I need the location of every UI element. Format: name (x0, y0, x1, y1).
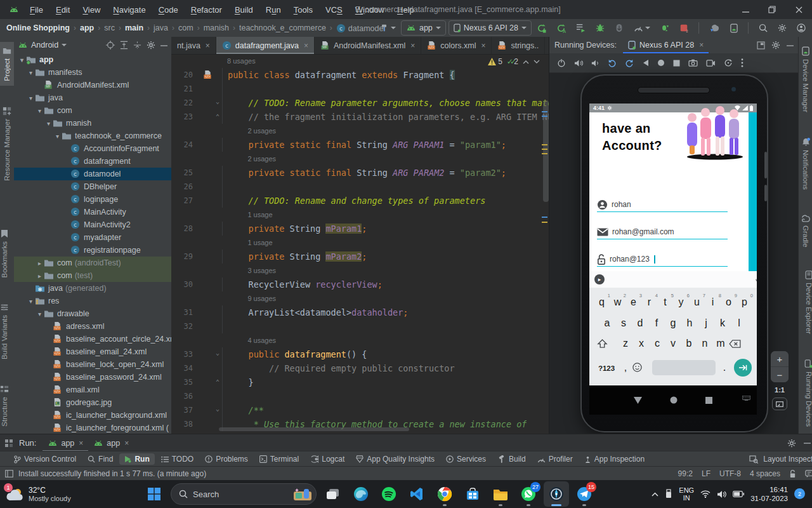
taskbar-spotify[interactable] (376, 481, 402, 507)
hide-panel-button[interactable] (787, 42, 794, 49)
tree-item-dbhelper[interactable]: cDBhelper (14, 180, 171, 193)
device-select[interactable]: Nexus 6 API 28 (449, 20, 532, 36)
taskbar-whatsapp[interactable]: 27 (516, 481, 541, 507)
key-i[interactable]: i8 (705, 297, 721, 308)
emulator-back-button[interactable] (642, 59, 649, 67)
breadcrumb-item[interactable]: main (125, 23, 143, 32)
close-button[interactable] (785, 0, 812, 19)
emulator-more-button[interactable] (741, 58, 743, 67)
key-p[interactable]: p0 (737, 297, 752, 308)
code-area[interactable]: 8 usages20</>public class datafragment e… (171, 54, 549, 434)
lock-open-icon[interactable] (789, 470, 796, 478)
toolwindow-run[interactable]: Run (119, 453, 154, 465)
recents-button[interactable] (705, 397, 712, 404)
key-n[interactable]: n (697, 338, 713, 349)
tree-item-baseline-account-circle-24-xm[interactable]: </>baseline_account_circle_24.xm (14, 333, 171, 345)
toolwindow-services[interactable]: Services (441, 453, 491, 465)
gear-icon[interactable] (147, 41, 155, 50)
menu-edit[interactable]: Edit (50, 3, 75, 17)
code-line[interactable]: 36 (171, 389, 549, 403)
key-l[interactable]: l (731, 318, 747, 329)
tree-item-baseline-lock-open-24-xml[interactable]: </>baseline_lock_open_24.xml (14, 358, 171, 371)
code-line[interactable]: 31 ArrayList<datamodel>dataholder; (171, 305, 549, 319)
backspace-key[interactable] (729, 340, 750, 348)
key-g[interactable]: g (665, 318, 681, 329)
back-button[interactable] (634, 397, 642, 404)
code-inlay-row[interactable]: 1 usage (171, 208, 549, 222)
menu-build[interactable]: Build (229, 3, 259, 17)
tree-item-java[interactable]: ▾java (14, 91, 171, 104)
expand-all-button[interactable] (120, 41, 128, 50)
code-line[interactable]: 27 // TODO: Rename and change types of p… (171, 194, 549, 208)
stripe-item-resource-manager[interactable]: Resource Manager (0, 102, 14, 185)
menu-file[interactable]: File (24, 3, 49, 17)
tree-chevron-icon[interactable]: ▾ (27, 95, 35, 102)
key-w[interactable]: w2 (610, 297, 625, 308)
tree-item-manifests[interactable]: ▾manifests (14, 66, 171, 79)
fold-down-icon[interactable]: ⌄ (216, 98, 219, 105)
emulator-tab[interactable]: Nexus 6 API 28 × (623, 37, 709, 53)
inspection-widget[interactable]: 5 ✓✓ 2 (488, 57, 540, 66)
close-icon[interactable]: × (481, 41, 485, 50)
tree-item-res[interactable]: ▾res (14, 295, 171, 307)
key-h[interactable]: h (681, 318, 698, 329)
tree-item-godregac-jpg[interactable]: godregac.jpg (14, 396, 171, 409)
tree-item-teachnook-e-commerce[interactable]: ▾teachnook_e_commerce (14, 130, 171, 142)
emulator-rotate-right-button[interactable] (625, 58, 634, 67)
breadcrumb-item[interactable]: java (154, 23, 168, 32)
run-profileable-button[interactable] (573, 21, 588, 35)
key-u[interactable]: u7 (689, 297, 705, 308)
tree-item-java[interactable]: ✱java(generated) (14, 282, 171, 295)
tree-chevron-icon[interactable]: ▾ (18, 57, 26, 64)
caret-position[interactable]: 99:2 (678, 469, 693, 478)
key-y[interactable]: y6 (673, 297, 689, 308)
key-s[interactable]: s (615, 318, 632, 329)
code-line[interactable]: 37⌄ /** (171, 403, 549, 417)
usage-hint[interactable]: 8 usages (222, 57, 256, 65)
usage-hint[interactable]: 4 usages (222, 337, 276, 344)
emulator-camera-button[interactable] (688, 59, 698, 67)
code-line[interactable]: 20</>public class datafragment extends F… (171, 68, 549, 82)
tree-item-accountinfofragment[interactable]: cAccountinfoFragment (14, 142, 171, 155)
tree-chevron-icon[interactable]: ▸ (36, 272, 44, 279)
taskbar-search[interactable]: Search (171, 483, 317, 505)
fit-screen-button[interactable] (772, 398, 787, 410)
menu-view[interactable]: View (77, 3, 106, 17)
locate-file-button[interactable] (106, 41, 115, 50)
run-config-select[interactable]: app (401, 20, 446, 36)
key-x[interactable]: x (634, 338, 650, 349)
tree-chevron-icon[interactable]: ▸ (36, 260, 44, 267)
taskbar-chrome[interactable] (432, 481, 457, 507)
key-a[interactable]: a (599, 318, 615, 329)
key-q[interactable]: q1 (594, 297, 610, 308)
apply-changes-restart-button[interactable] (534, 21, 549, 35)
menu-run[interactable]: Run (260, 3, 287, 17)
start-button[interactable] (141, 481, 167, 507)
editor-tab-androidmanifest-xml[interactable]: MFAndroidManifest.xml× (315, 37, 421, 54)
fold-down-icon[interactable]: ⌄ (216, 349, 219, 356)
tray-chevron-icon[interactable] (652, 492, 658, 497)
stripe-item-device-explorer[interactable]: Device Explorer (804, 266, 812, 338)
tree-item-datamodel[interactable]: cdatamodel (14, 168, 171, 180)
weather-widget[interactable]: 1 32°CMostly cloudy (6, 486, 114, 502)
usage-hint[interactable]: 1 usage (222, 239, 273, 246)
taskbar-vscode[interactable] (404, 481, 429, 507)
usage-hint[interactable]: 2 usages (222, 155, 276, 163)
close-icon[interactable]: × (304, 41, 308, 50)
emoji-key[interactable] (632, 363, 650, 372)
tree-item-manish[interactable]: ▾manish (14, 117, 171, 130)
tree-item-mainactivity[interactable]: cMainActivity (14, 206, 171, 218)
taskbar-edge[interactable] (348, 481, 374, 507)
key-v[interactable]: v (665, 338, 681, 349)
close-icon[interactable]: × (699, 41, 704, 50)
breadcrumb-item[interactable]: teachnook_e_commerce (239, 23, 326, 32)
emulator-power-button[interactable] (557, 58, 566, 67)
toolwindow-logcat[interactable]: Logcat (305, 453, 350, 465)
key-k[interactable]: k (714, 318, 731, 329)
collapse-all-button[interactable] (133, 41, 141, 50)
device-manager-button[interactable] (728, 21, 740, 35)
input-password[interactable]: rohan@123 (597, 252, 728, 267)
code-line[interactable]: 33⌄ public datafragment() { (171, 347, 549, 361)
stripe-item-build-variants[interactable]: Build Variants (0, 298, 9, 364)
taskbar-clock[interactable]: 16:4131-07-2023 (750, 485, 788, 503)
